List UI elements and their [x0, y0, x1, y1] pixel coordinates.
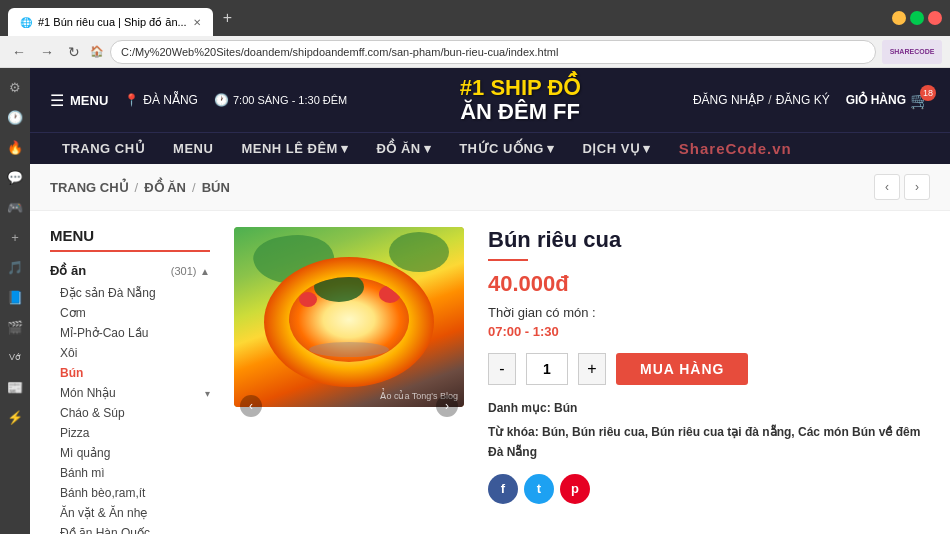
category-label: Danh mục:	[488, 401, 551, 415]
nav-bar: TRANG CHỦ MENU MENH LÊ ĐÊM ▾ ĐỒ ĂN ▾ THỨ…	[30, 132, 950, 164]
category-arrow-icon: ▲	[200, 266, 210, 277]
sidebar-video-icon[interactable]: 🎬	[4, 316, 26, 338]
refresh-button[interactable]: ↻	[64, 42, 84, 62]
browser-tabs: 🌐 #1 Bún riêu cua | Ship đồ ăn... ✕ +	[8, 0, 238, 36]
close-button[interactable]	[928, 11, 942, 25]
sidebar-news-icon[interactable]: 📰	[4, 376, 26, 398]
nav-home[interactable]: TRANG CHỦ	[50, 133, 157, 164]
sidebar-vn-icon[interactable]: Vớ	[4, 346, 26, 368]
sidebar-chat-icon[interactable]: 💬	[4, 166, 26, 188]
nav-menu-dem[interactable]: MENH LÊ ĐÊM ▾	[229, 133, 360, 164]
image-prev-button[interactable]: ‹	[240, 395, 262, 417]
category-value: Bún	[554, 401, 577, 415]
site-title-line1: #1 SHIP ĐỒ	[460, 75, 581, 100]
facebook-share-button[interactable]: f	[488, 474, 518, 504]
sub-item-xoi[interactable]: Xôi	[60, 343, 210, 363]
twitter-share-button[interactable]: t	[524, 474, 554, 504]
breadcrumb-food[interactable]: ĐỒ ĂN	[144, 180, 186, 195]
header-left: ☰ MENU 📍 ĐÀ NẴNG 🕐 7:00 SÁNG - 1:30 ĐÊM	[50, 91, 347, 110]
location-text: ĐÀ NẴNG	[143, 93, 198, 107]
sub-item-anvat[interactable]: Ăn vặt & Ăn nhẹ	[60, 503, 210, 523]
sub-item-banhmi[interactable]: Bánh mì	[60, 463, 210, 483]
home-icon[interactable]: 🏠	[90, 45, 104, 58]
sub-item-pizza[interactable]: Pizza	[60, 423, 210, 443]
product-details: Bún riêu cua 40.000đ Thời gian có món : …	[488, 227, 930, 534]
maximize-button[interactable]	[910, 11, 924, 25]
forward-button[interactable]: →	[36, 42, 58, 62]
minimize-button[interactable]	[892, 11, 906, 25]
location-info: 📍 ĐÀ NẴNG	[124, 93, 198, 107]
image-next-button[interactable]: ›	[436, 395, 458, 417]
sidebar-facebook-icon[interactable]: 📘	[4, 286, 26, 308]
tab-title: #1 Bún riêu cua | Ship đồ ăn...	[38, 16, 187, 29]
breadcrumb-current: BÚN	[202, 180, 230, 195]
breadcrumb-next-button[interactable]: ›	[904, 174, 930, 200]
active-tab[interactable]: 🌐 #1 Bún riêu cua | Ship đồ ăn... ✕	[8, 8, 213, 36]
availability-time: 07:00 - 1:30	[488, 324, 930, 339]
pin-icon: 📍	[124, 93, 139, 107]
time-info: 🕐 7:00 SÁNG - 1:30 ĐÊM	[214, 93, 347, 107]
quantity-increase-button[interactable]: +	[578, 353, 606, 385]
browser-sidebar: ⚙ 🕐 🔥 💬 🎮 + 🎵 📘 🎬 Vớ 📰 ⚡	[0, 68, 30, 534]
nav-food[interactable]: ĐỒ ĂN ▾	[364, 133, 443, 164]
quantity-decrease-button[interactable]: -	[488, 353, 516, 385]
sidebar-music-icon[interactable]: 🎵	[4, 256, 26, 278]
new-tab-button[interactable]: +	[217, 9, 238, 27]
tab-close-icon[interactable]: ✕	[193, 17, 201, 28]
pinterest-share-button[interactable]: p	[560, 474, 590, 504]
subcategory-list: Đặc sản Đà Nẵng Cơm Mỉ-Phở-Cao Lầu Xôi B…	[50, 283, 210, 534]
sub-item-miquang[interactable]: Mì quảng	[60, 443, 210, 463]
left-menu-title: MENU	[50, 227, 210, 252]
sub-item-chaosup[interactable]: Cháo & Súp	[60, 403, 210, 423]
product-tags: Từ khóa: Bún, Bún riêu cua, Bún riêu cua…	[488, 423, 930, 461]
cart-area[interactable]: GIỎ HÀNG 🛒 18	[846, 91, 930, 110]
product-image-container: Món được yêu thích Ảo	[234, 227, 464, 534]
breadcrumb-home[interactable]: TRANG CHỦ	[50, 180, 129, 195]
menu-label: MENU	[70, 93, 108, 108]
hamburger-menu[interactable]: ☰ MENU	[50, 91, 108, 110]
login-link[interactable]: ĐĂNG NHẬP	[693, 93, 764, 107]
category-name-food: Đồ ăn	[50, 263, 86, 278]
sidebar-add-icon[interactable]: +	[4, 226, 26, 248]
sidebar-game-icon[interactable]: 🎮	[4, 196, 26, 218]
register-link[interactable]: ĐĂNG KÝ	[776, 93, 830, 107]
nav-drinks[interactable]: THỨC UỐNG ▾	[447, 133, 566, 164]
back-button[interactable]: ←	[8, 42, 30, 62]
window-controls	[892, 11, 942, 25]
buy-button[interactable]: MUA HÀNG	[616, 353, 748, 385]
header-right: ĐĂNG NHẬP / ĐĂNG KÝ GIỎ HÀNG 🛒 18	[693, 91, 930, 110]
tags-label: Từ khóa:	[488, 425, 539, 439]
cart-label: GIỎ HÀNG	[846, 93, 906, 107]
sidebar-history-icon[interactable]: 🕐	[4, 106, 26, 128]
sub-item-monnhau[interactable]: Món Nhậu ▾	[60, 383, 210, 403]
sub-item-dacsan[interactable]: Đặc sản Đà Nẵng	[60, 283, 210, 303]
page-content: ☰ MENU 📍 ĐÀ NẴNG 🕐 7:00 SÁNG - 1:30 ĐÊM …	[30, 68, 950, 534]
address-bar-row: ← → ↻ 🏠 SHARECODE	[0, 36, 950, 68]
sub-item-bun[interactable]: Bún	[60, 363, 210, 383]
nav-menu[interactable]: MENU	[161, 133, 225, 164]
quantity-input[interactable]	[526, 353, 568, 385]
sidebar-fire-icon[interactable]: 🔥	[4, 136, 26, 158]
nav-services-dropdown-icon: ▾	[643, 141, 651, 156]
sub-item-banhbeo[interactable]: Bánh bèo,ram,ít	[60, 483, 210, 503]
sub-item-mipho[interactable]: Mỉ-Phở-Cao Lầu	[60, 323, 210, 343]
breadcrumb-prev-button[interactable]: ‹	[874, 174, 900, 200]
auth-sep: /	[768, 93, 771, 107]
sidebar-settings-icon[interactable]: ⚙	[4, 76, 26, 98]
product-image: Món được yêu thích Ảo	[234, 227, 464, 407]
main-layout: ⚙ 🕐 🔥 💬 🎮 + 🎵 📘 🎬 Vớ 📰 ⚡ ☰ MENU 📍 ĐÀ NẴN…	[0, 68, 950, 534]
category-count-text: (301)	[171, 265, 197, 277]
header-center: #1 SHIP ĐỒ ĂN ĐÊM FF	[460, 76, 581, 124]
sharecode-logo: SHARECODE	[882, 40, 942, 64]
address-input[interactable]	[110, 40, 876, 64]
sub-item-doanhanquoc[interactable]: Đồ ăn Hàn Quốc	[60, 523, 210, 534]
site-title: #1 SHIP ĐỒ ĂN ĐÊM FF	[460, 76, 581, 124]
nav-services[interactable]: DỊCH VỤ ▾	[570, 133, 662, 164]
sub-item-com[interactable]: Cơm	[60, 303, 210, 323]
availability-label: Thời gian có món :	[488, 305, 930, 320]
content-area: MENU Đồ ăn (301) ▲ Đặc sản Đà Nẵng Cơm M…	[30, 211, 950, 534]
sidebar-power-icon[interactable]: ⚡	[4, 406, 26, 428]
image-nav: ‹ ›	[234, 395, 464, 417]
category-header-food[interactable]: Đồ ăn (301) ▲	[50, 258, 210, 283]
site-title-line2: ĂN ĐÊM FF	[460, 99, 580, 124]
